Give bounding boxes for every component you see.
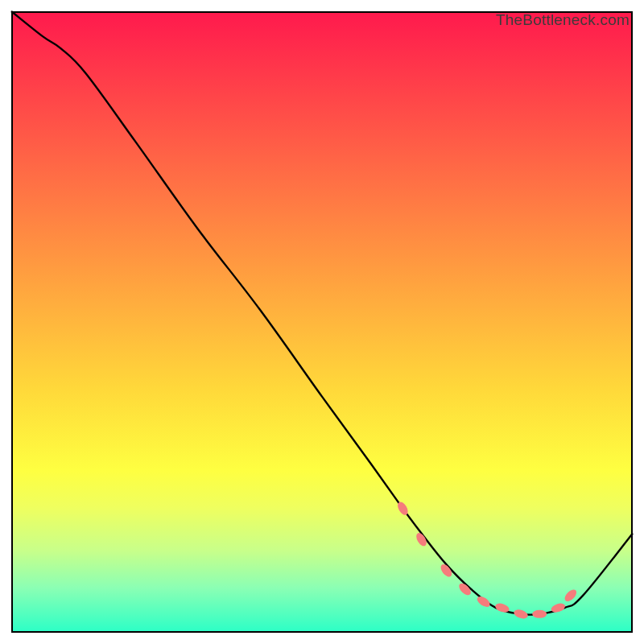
curve-marker [513,608,529,620]
chart-frame: TheBottleneck.com [0,0,644,644]
curve-marker [563,588,579,604]
curve-marker [475,594,492,609]
curve-markers [395,500,578,620]
bottleneck-curve [11,11,633,615]
curve-marker [532,610,547,618]
plot-svg [11,11,633,633]
